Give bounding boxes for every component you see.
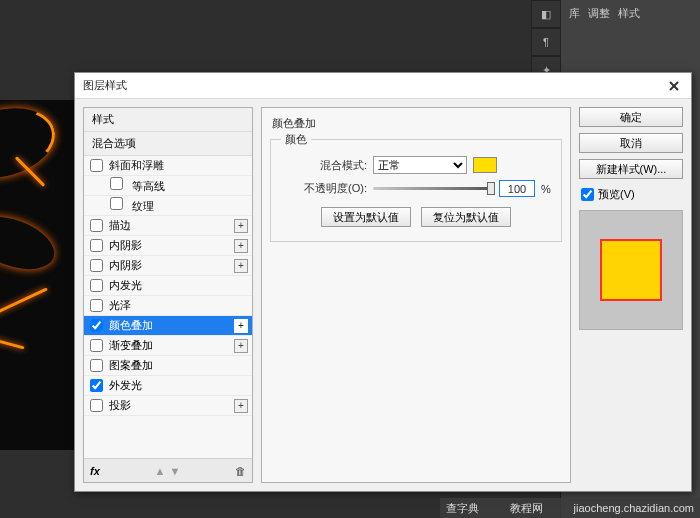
add-instance-button[interactable]: +	[234, 219, 248, 233]
style-item-label: 纹理	[132, 200, 154, 212]
watermark-brand: 查字典	[446, 501, 479, 516]
close-icon	[669, 81, 679, 91]
style-list-header-styles[interactable]: 样式	[84, 108, 252, 132]
dialog-titlebar: 图层样式	[75, 73, 691, 99]
style-preview	[579, 210, 683, 330]
new-style-button[interactable]: 新建样式(W)...	[579, 159, 683, 179]
set-default-button[interactable]: 设置为默认值	[321, 207, 411, 227]
style-checkbox[interactable]	[90, 159, 103, 172]
style-item-label: 外发光	[109, 378, 142, 393]
style-item-label: 投影	[109, 398, 131, 413]
style-list-header-blend[interactable]: 混合选项	[84, 132, 252, 156]
style-item-label: 等高线	[132, 180, 165, 192]
add-instance-button[interactable]: +	[234, 319, 248, 333]
style-item-label: 斜面和浮雕	[109, 158, 164, 173]
style-checkbox[interactable]	[90, 339, 103, 352]
opacity-input[interactable]	[499, 180, 535, 197]
style-list-footer: fx ▲ ▼ 🗑	[84, 458, 252, 482]
watermark-url: jiaocheng.chazidian.com	[574, 502, 694, 514]
fieldset-legend: 颜色	[281, 132, 311, 147]
color-overlay-settings: 颜色叠加 颜色 混合模式: 正常 不透明度(O): %	[261, 107, 571, 483]
slider-thumb[interactable]	[487, 182, 495, 195]
trash-icon[interactable]: 🗑	[235, 465, 246, 477]
opacity-unit: %	[541, 183, 551, 195]
move-down-icon[interactable]: ▼	[169, 465, 180, 477]
color-swatch[interactable]	[473, 157, 497, 173]
blend-mode-label: 混合模式:	[281, 158, 367, 173]
panel-icon[interactable]: ◧	[531, 0, 561, 28]
style-item-inner-glow[interactable]: 内发光	[84, 276, 252, 296]
style-item-label: 颜色叠加	[109, 318, 153, 333]
style-item-contour[interactable]: 等高线	[84, 176, 252, 196]
ok-button[interactable]: 确定	[579, 107, 683, 127]
panel-icon[interactable]: ¶	[531, 28, 561, 56]
add-instance-button[interactable]: +	[234, 339, 248, 353]
style-checkbox[interactable]	[90, 319, 103, 332]
preview-swatch	[600, 239, 662, 301]
add-instance-button[interactable]: +	[234, 399, 248, 413]
style-item-drop-shadow[interactable]: 投影 +	[84, 396, 252, 416]
style-checkbox[interactable]	[90, 359, 103, 372]
reset-default-button[interactable]: 复位为默认值	[421, 207, 511, 227]
panel-tab-styles[interactable]: 样式	[618, 6, 640, 21]
watermark-bar: 查字典 教程网 jiaocheng.chazidian.com	[440, 498, 700, 518]
preview-checkbox-row[interactable]: 预览(V)	[579, 185, 683, 204]
style-item-label: 内阴影	[109, 238, 142, 253]
layer-style-dialog: 图层样式 样式 混合选项 斜面和浮雕 等高线 纹理	[74, 72, 692, 492]
panel-tab-adjust[interactable]: 调整	[588, 6, 610, 21]
move-up-icon[interactable]: ▲	[155, 465, 166, 477]
add-instance-button[interactable]: +	[234, 239, 248, 253]
add-instance-button[interactable]: +	[234, 259, 248, 273]
style-item-label: 内发光	[109, 278, 142, 293]
close-button[interactable]	[665, 77, 683, 95]
panel-tab-library[interactable]: 库	[569, 6, 580, 21]
preview-label: 预览(V)	[598, 187, 635, 202]
dialog-action-column: 确定 取消 新建样式(W)... 预览(V)	[579, 107, 683, 483]
settings-group-title: 颜色叠加	[270, 116, 562, 133]
style-item-color-overlay[interactable]: 颜色叠加 +	[84, 316, 252, 336]
style-checkbox[interactable]	[90, 299, 103, 312]
cancel-button[interactable]: 取消	[579, 133, 683, 153]
style-item-inner-shadow[interactable]: 内阴影 +	[84, 256, 252, 276]
style-item-outer-glow[interactable]: 外发光	[84, 376, 252, 396]
style-checkbox[interactable]	[110, 197, 123, 210]
style-checkbox[interactable]	[90, 379, 103, 392]
style-checkbox[interactable]	[110, 177, 123, 190]
style-checkbox[interactable]	[90, 219, 103, 232]
watermark-mid: 教程网	[510, 501, 543, 516]
style-item-bevel[interactable]: 斜面和浮雕	[84, 156, 252, 176]
style-item-label: 内阴影	[109, 258, 142, 273]
opacity-slider[interactable]	[373, 187, 493, 190]
style-checkbox[interactable]	[90, 239, 103, 252]
style-checkbox[interactable]	[90, 279, 103, 292]
color-fieldset: 颜色 混合模式: 正常 不透明度(O): % 设	[270, 139, 562, 242]
style-item-gradient-overlay[interactable]: 渐变叠加 +	[84, 336, 252, 356]
style-item-label: 图案叠加	[109, 358, 153, 373]
style-item-label: 渐变叠加	[109, 338, 153, 353]
blend-mode-select[interactable]: 正常	[373, 156, 467, 174]
style-item-stroke[interactable]: 描边 +	[84, 216, 252, 236]
style-item-pattern-overlay[interactable]: 图案叠加	[84, 356, 252, 376]
style-item-satin[interactable]: 光泽	[84, 296, 252, 316]
fx-menu-button[interactable]: fx	[90, 465, 100, 477]
style-item-inner-shadow[interactable]: 内阴影 +	[84, 236, 252, 256]
style-item-label: 描边	[109, 218, 131, 233]
preview-checkbox[interactable]	[581, 188, 594, 201]
opacity-label: 不透明度(O):	[281, 181, 367, 196]
style-item-label: 光泽	[109, 298, 131, 313]
style-list-panel: 样式 混合选项 斜面和浮雕 等高线 纹理 描边 +	[83, 107, 253, 483]
style-checkbox[interactable]	[90, 399, 103, 412]
style-checkbox[interactable]	[90, 259, 103, 272]
style-item-texture[interactable]: 纹理	[84, 196, 252, 216]
dialog-title: 图层样式	[83, 78, 127, 93]
